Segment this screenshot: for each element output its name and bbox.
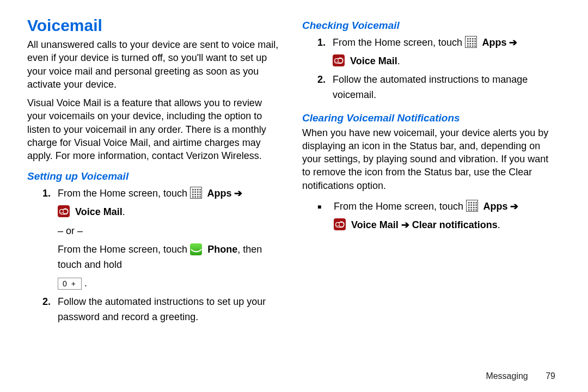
setup-step-1: 1. From the Home screen, touch Apps ➔ Vo… xyxy=(27,185,283,293)
left-column: Voicemail All unanswered calls to your d… xyxy=(27,16,283,327)
apps-label: Apps xyxy=(483,201,507,212)
apps-label: Apps xyxy=(482,37,506,48)
setup-heading: Setting up Voicemail xyxy=(27,170,283,182)
voicemail-label: Voice Mail xyxy=(350,56,397,66)
voicemail-icon xyxy=(58,205,70,217)
or-text: – or – xyxy=(58,224,83,239)
step-text: From the Home screen, touch Apps ➔ Voice… xyxy=(333,35,517,69)
text-fragment: From the Home screen, touch xyxy=(334,201,466,212)
step-number: 2. xyxy=(317,74,328,85)
manual-page: Voicemail All unanswered calls to your d… xyxy=(0,0,588,392)
step-text: From the Home screen, touch Apps ➔ Voice… xyxy=(58,186,283,291)
footer-page-number: 79 xyxy=(546,371,555,381)
checking-step-2: 2. Follow the automated instructions to … xyxy=(302,71,558,105)
voicemail-icon xyxy=(334,218,346,230)
voicemail-label: Voice Mail xyxy=(351,219,399,230)
phone-label: Phone xyxy=(207,244,237,255)
text-fragment: From the Home screen, touch xyxy=(333,37,465,48)
arrow-icon: ➔ xyxy=(510,201,518,212)
bullet-text: From the Home screen, touch Apps ➔ Voice… xyxy=(334,199,518,233)
step-number: 1. xyxy=(42,188,53,199)
text-fragment: . xyxy=(397,56,400,66)
text-fragment: . xyxy=(122,206,125,217)
step-text: Follow the automated instructions to man… xyxy=(333,72,558,103)
right-column: Checking Voicemail 1. From the Home scre… xyxy=(302,16,558,327)
two-column-layout: Voicemail All unanswered calls to your d… xyxy=(27,16,558,327)
square-bullet-icon: ■ xyxy=(317,203,328,211)
intro-paragraph-2: Visual Voice Mail is a feature that allo… xyxy=(27,96,283,162)
setup-steps: 1. From the Home screen, touch Apps ➔ Vo… xyxy=(27,185,283,327)
apps-icon xyxy=(190,187,202,199)
page-title: Voicemail xyxy=(27,16,283,35)
checking-heading: Checking Voicemail xyxy=(302,20,558,32)
arrow-icon: ➔ xyxy=(509,37,517,48)
text-fragment: From the Home screen, touch xyxy=(58,244,190,255)
arrow-icon: ➔ xyxy=(401,219,409,230)
text-fragment: . xyxy=(84,278,87,289)
apps-label: Apps xyxy=(207,188,231,199)
clearing-bullet-list: ■ From the Home screen, touch Apps ➔ Voi… xyxy=(302,198,558,235)
text-fragment: From the Home screen, touch xyxy=(58,188,190,199)
clear-notif-label: Clear notifications xyxy=(412,219,498,230)
apps-icon xyxy=(466,200,478,212)
step-number: 1. xyxy=(317,37,328,48)
voicemail-icon xyxy=(333,54,345,66)
checking-step-1: 1. From the Home screen, touch Apps ➔ Vo… xyxy=(302,34,558,71)
apps-icon xyxy=(465,36,477,48)
zero-key-icon: 0 + xyxy=(58,278,82,290)
voicemail-label: Voice Mail xyxy=(75,206,122,217)
page-footer: Messaging 79 xyxy=(486,371,555,381)
step-number: 2. xyxy=(42,296,53,308)
phone-icon xyxy=(190,243,202,255)
clearing-paragraph: When you have new voicemail, your device… xyxy=(302,126,558,192)
arrow-icon: ➔ xyxy=(234,188,242,199)
text-fragment: . xyxy=(498,219,500,230)
step-text: Follow the automated instructions to set… xyxy=(58,295,283,325)
intro-paragraph-1: All unanswered calls to your device are … xyxy=(27,38,283,91)
checking-steps: 1. From the Home screen, touch Apps ➔ Vo… xyxy=(302,34,558,105)
footer-section-name: Messaging xyxy=(486,371,528,381)
clearing-heading: Clearing Voicemail Notifications xyxy=(302,112,558,124)
setup-step-2: 2. Follow the automated instructions to … xyxy=(27,293,283,327)
clearing-bullet: ■ From the Home screen, touch Apps ➔ Voi… xyxy=(302,198,558,235)
